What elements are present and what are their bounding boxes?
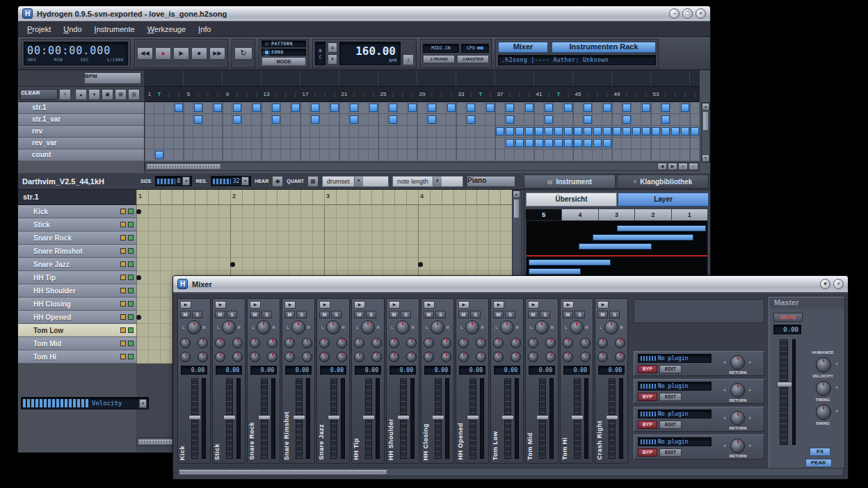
timeline-column-15[interactable]: |: [281, 87, 291, 102]
timeline-column-44[interactable]: |: [563, 87, 573, 102]
instrument-solo-led[interactable]: [128, 327, 134, 333]
fader-handle[interactable]: [293, 415, 305, 420]
timeline-column-12[interactable]: |: [252, 87, 262, 102]
close-button[interactable]: ×: [833, 279, 844, 289]
sequence-cell[interactable]: [545, 139, 553, 147]
scrollbar-thumb[interactable]: [513, 199, 520, 218]
instrument-mute-led[interactable]: [120, 314, 126, 320]
pan-knob[interactable]: [500, 320, 514, 334]
pan-knob[interactable]: [535, 320, 549, 334]
sample-layer-bar-4[interactable]: [529, 259, 611, 266]
timeline-column-34[interactable]: |: [466, 87, 476, 102]
song-row-str-1[interactable]: [145, 102, 700, 114]
scroll-left-button[interactable]: ◀: [657, 163, 667, 170]
instrument-row-tom-mid[interactable]: Tom Mid: [18, 337, 136, 350]
fx-return-knob[interactable]: [730, 383, 745, 398]
strip-solo-button[interactable]: S: [435, 311, 446, 318]
timeline-column-5[interactable]: 5: [184, 87, 193, 102]
strip-mute-button[interactable]: M: [250, 311, 260, 318]
strip-mute-button[interactable]: M: [319, 311, 330, 318]
sample-layer-bar-1[interactable]: [617, 225, 706, 231]
fx3-send-knob[interactable]: [389, 352, 399, 362]
timeline-column-54[interactable]: |: [661, 87, 670, 102]
song-horizontal-scrollbar[interactable]: ◀ ▶ + −: [145, 162, 700, 171]
note-snare-jazz-beat-4[interactable]: [418, 262, 423, 267]
sequence-cell[interactable]: [613, 127, 621, 136]
velocity-editor[interactable]: Velocity ▼: [21, 397, 149, 409]
note-kick-beat-1[interactable]: [136, 209, 141, 214]
fader-handle[interactable]: [397, 415, 410, 420]
timeline-column-48[interactable]: |: [602, 87, 612, 102]
sequence-cell[interactable]: [467, 104, 475, 112]
sequence-cell[interactable]: [584, 104, 592, 112]
strip-play-button[interactable]: ▶: [250, 301, 261, 309]
sample-layer-bar-3[interactable]: [579, 243, 652, 250]
timeline-column-8[interactable]: |: [213, 87, 223, 102]
swing-knob[interactable]: [816, 405, 831, 420]
fx1-send-knob[interactable]: [284, 338, 295, 348]
jack-master-button[interactable]: J.MASTER: [457, 55, 489, 63]
humanize-velocity-knob[interactable]: [816, 357, 831, 373]
timeline-column-57[interactable]: |: [690, 87, 700, 102]
sequence-cell[interactable]: [506, 127, 514, 136]
instrument-solo-led[interactable]: [128, 341, 134, 346]
loop-button[interactable]: ↻: [234, 47, 252, 60]
instrument-row-snare-rimshot[interactable]: Snare Rimshot: [18, 245, 136, 258]
song-row-count[interactable]: [145, 149, 700, 161]
layer-slot-2[interactable]: 2: [635, 209, 671, 220]
fader-handle[interactable]: [223, 415, 236, 420]
fx-plugin-display[interactable]: No plugin: [638, 382, 712, 391]
strip-mute-button[interactable]: M: [528, 311, 538, 318]
channel-volume-fader[interactable]: [574, 378, 581, 459]
sequence-cell[interactable]: [584, 127, 592, 136]
strip-play-button[interactable]: ▶: [284, 301, 296, 309]
fx3-send-knob[interactable]: [180, 352, 191, 362]
channel-volume-fader[interactable]: [539, 378, 546, 459]
song-mode-indicator[interactable]: SONG: [262, 49, 306, 56]
mixer-scrollbar[interactable]: [177, 468, 844, 476]
pattern-mode-indicator[interactable]: PATTERN: [262, 40, 306, 47]
sequence-cell[interactable]: [554, 127, 563, 136]
timeline-column-39[interactable]: |: [515, 87, 524, 102]
mode-switch-button[interactable]: MODE: [262, 57, 306, 66]
strip-play-button[interactable]: ▶: [458, 301, 469, 309]
show-peaks-button[interactable]: PEAK: [805, 459, 832, 467]
show-fx-panel-button[interactable]: FX: [810, 448, 830, 456]
pan-knob[interactable]: [604, 320, 618, 334]
timeline-column-16[interactable]: |: [291, 87, 300, 102]
instrument-row-tom-low[interactable]: Tom Low: [18, 324, 136, 337]
timeline-column-32[interactable]: |: [447, 87, 456, 102]
sequence-cell[interactable]: [496, 127, 504, 136]
fx4-send-knob[interactable]: [476, 352, 486, 362]
timeline-column-51[interactable]: |: [632, 87, 641, 102]
instrument-mute-led[interactable]: [120, 327, 126, 333]
strip-play-button[interactable]: ▶: [354, 301, 365, 309]
strip-mute-button[interactable]: M: [458, 311, 469, 318]
fx4-send-knob[interactable]: [302, 352, 312, 362]
fx-return-knob[interactable]: [730, 439, 745, 453]
strip-mute-button[interactable]: M: [354, 311, 364, 318]
strip-solo-button[interactable]: S: [505, 311, 515, 318]
timeline-column-33[interactable]: 33: [456, 87, 466, 102]
fader-handle[interactable]: [328, 415, 340, 420]
scroll-up-button[interactable]: ▲: [513, 190, 520, 198]
sequence-cell[interactable]: [506, 115, 514, 124]
resolution-dropdown-button[interactable]: ▼: [241, 177, 249, 186]
sequence-cell[interactable]: [428, 104, 436, 112]
minimize-button[interactable]: −: [669, 8, 680, 19]
pan-knob[interactable]: [326, 320, 340, 334]
strip-solo-button[interactable]: S: [609, 311, 620, 318]
song-tool-1-button[interactable]: ▴: [75, 89, 87, 100]
sequence-cell[interactable]: [447, 104, 456, 112]
tab-klangbibliothek[interactable]: ≡ Klangbibliothek: [617, 174, 709, 188]
strip-mute-button[interactable]: M: [389, 311, 399, 318]
fx4-send-knob[interactable]: [545, 352, 556, 362]
instrument-solo-led[interactable]: [128, 261, 134, 267]
sequence-cell[interactable]: [214, 104, 222, 112]
fx-plugin-display[interactable]: No plugin: [638, 409, 712, 418]
tab-layer[interactable]: Layer: [618, 193, 709, 206]
timeline-column-26[interactable]: |: [388, 87, 398, 102]
fx1-send-knob[interactable]: [354, 338, 364, 348]
instrument-solo-led[interactable]: [128, 314, 134, 320]
instrument-row-tom-hi[interactable]: Tom Hi: [18, 350, 136, 364]
